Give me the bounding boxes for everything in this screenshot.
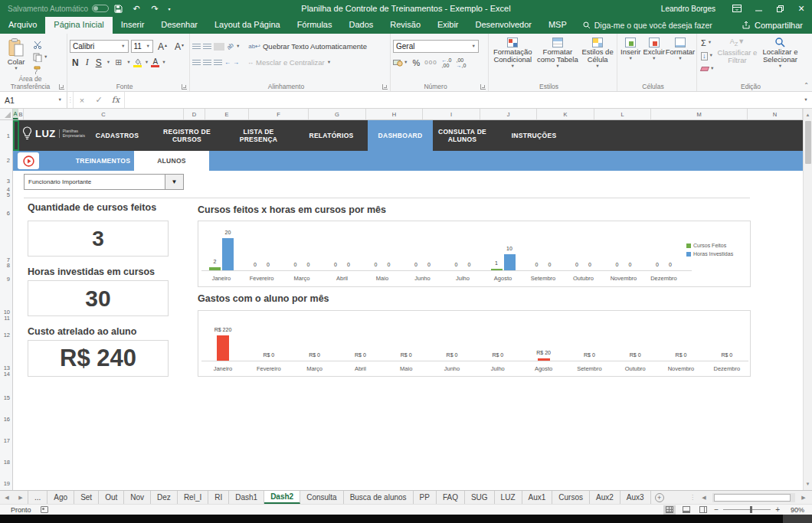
merge-center-button[interactable]: ↔ Mesclar e Centralizar ▼ <box>247 58 331 67</box>
subtab-alunos[interactable]: ALUNOS <box>134 151 209 171</box>
undo-button[interactable]: ↶ <box>127 0 146 17</box>
align-left-button[interactable] <box>192 60 201 66</box>
dropdown-arrow-icon[interactable]: ▼ <box>165 175 183 189</box>
sheet-tab-aux3[interactable]: Aux3 <box>620 491 651 504</box>
delete-cells-button[interactable]: Excluir ▼ <box>643 36 665 81</box>
play-button[interactable] <box>18 152 39 169</box>
nav-item-consulta-de-alunos[interactable]: CONSULTA DE ALUNOS <box>433 120 492 151</box>
alignment-dialog-launcher[interactable] <box>382 84 388 90</box>
underline-button[interactable]: S <box>93 57 104 68</box>
share-button[interactable]: Compartilhar <box>732 17 812 34</box>
sheet-tab-rel-i[interactable]: Rel_I <box>178 491 208 504</box>
scroll-up-icon[interactable]: ▲ <box>804 110 812 119</box>
close-button[interactable]: × <box>791 0 812 17</box>
row-header-3[interactable]: 3 <box>7 178 10 185</box>
clipboard-dialog-launcher[interactable] <box>59 84 64 90</box>
row-header-9[interactable]: 9 <box>7 276 10 283</box>
font-dialog-launcher[interactable] <box>182 84 187 90</box>
horizontal-scroll-thumb[interactable] <box>714 494 791 502</box>
minimize-button[interactable] <box>748 0 769 17</box>
align-right-button[interactable] <box>214 60 222 66</box>
autosum-button[interactable]: Σ ▼ <box>699 38 715 48</box>
scroll-down-icon[interactable]: ▼ <box>804 479 812 489</box>
sheet-nav-right-button[interactable]: ▶ <box>14 491 28 504</box>
row-header-2[interactable]: 2 <box>7 157 10 164</box>
sheet-tab-overflow[interactable]: ... <box>28 491 47 504</box>
zoom-slider-thumb[interactable] <box>750 506 752 513</box>
sheet-nav-left-button[interactable]: ◀ <box>0 491 14 504</box>
column-header-m[interactable]: M <box>651 109 748 119</box>
conditional-formatting-button[interactable]: Formatação Condicional ▼ <box>491 36 535 81</box>
row-header-18[interactable]: 18 <box>4 459 10 466</box>
sheet-tab-ri[interactable]: RI <box>208 491 229 504</box>
number-dialog-launcher[interactable] <box>480 84 486 90</box>
collapse-ribbon-button[interactable]: ⌃ <box>804 82 809 89</box>
bold-button[interactable]: N <box>70 57 81 68</box>
sheet-tab-faq[interactable]: FAQ <box>437 491 465 504</box>
sheet-tab-dash2[interactable]: Dash2 <box>264 491 300 504</box>
comma-style-button[interactable]: 000 <box>424 59 437 66</box>
sheet-tab-aux2[interactable]: Aux2 <box>590 491 620 504</box>
row-header-14[interactable]: 14 <box>4 371 10 378</box>
ribbon-display-options-button[interactable] <box>726 0 748 17</box>
column-header-g[interactable]: G <box>309 109 366 119</box>
vertical-scrollbar[interactable]: ▲ ▼ <box>803 109 812 490</box>
quick-access-menu-button[interactable]: ▾ <box>164 0 175 17</box>
row-header-11[interactable]: 11 <box>4 315 10 322</box>
zoom-out-button[interactable]: − <box>714 505 719 514</box>
sheet-tab-out[interactable]: Out <box>99 491 124 504</box>
hscroll-right-icon[interactable]: ▶ <box>797 495 810 501</box>
redo-button[interactable]: ↷ <box>146 0 164 17</box>
row-header-17[interactable]: 17 <box>4 437 10 444</box>
wrap-text-button[interactable]: ab↩ Quebrar Texto Automaticamente <box>248 42 367 51</box>
sheet-tab-consulta[interactable]: Consulta <box>300 491 343 504</box>
ribbon-tab-exibir[interactable]: Exibir <box>429 17 467 34</box>
column-header-a[interactable]: A <box>13 109 18 119</box>
column-header-e[interactable]: E <box>205 109 249 119</box>
student-dropdown[interactable]: Funcionário Importante ▼ <box>24 174 184 190</box>
sheet-canvas[interactable]: LUZ Planilhas Empresariais CADASTROSREGI… <box>13 120 803 490</box>
confirm-entry-button[interactable]: ✓ <box>90 92 107 108</box>
ribbon-tab-msp[interactable]: MSP <box>540 17 575 34</box>
normal-view-button[interactable] <box>663 505 676 515</box>
sheet-tab-dash1[interactable]: Dash1 <box>229 491 264 504</box>
nav-item-relatorios[interactable]: RELATÓRIOS <box>295 120 368 151</box>
restore-button[interactable] <box>769 0 791 17</box>
copy-button[interactable]: ▼ <box>31 52 49 63</box>
expand-formula-bar-button[interactable]: ▼ <box>800 92 812 108</box>
tell-me-search[interactable]: Diga-me o que você deseja fazer <box>575 17 720 34</box>
cancel-entry-button[interactable]: × <box>74 92 90 108</box>
sheet-tab-pp[interactable]: PP <box>414 491 437 504</box>
autosave-control[interactable]: Salvamento Automático <box>8 5 109 13</box>
increase-font-button[interactable]: A▲ <box>156 41 170 52</box>
sheet-tab-cursos[interactable]: Cursos <box>552 491 590 504</box>
row-header-12[interactable]: 12 <box>4 332 10 338</box>
row-header-1[interactable]: 1 <box>7 132 10 139</box>
nav-item-dashboard[interactable]: DASHBOARD <box>368 120 433 151</box>
sheet-tab-sug[interactable]: SUG <box>465 491 495 504</box>
row-header-8[interactable]: 8 <box>7 262 10 269</box>
row-header-19[interactable]: 19 <box>4 480 10 487</box>
sheet-tab-aux1[interactable]: Aux1 <box>522 491 553 504</box>
tab-split-handle[interactable]: ⋮ <box>689 494 696 501</box>
fill-color-button[interactable] <box>133 58 142 67</box>
decrease-decimal-button[interactable]: ,00→,0 <box>456 57 466 68</box>
column-header-d[interactable]: D <box>184 109 205 119</box>
page-layout-view-button[interactable] <box>680 505 692 515</box>
decrease-indent-button[interactable]: ← <box>224 59 231 66</box>
decrease-font-button[interactable]: A▼ <box>172 41 187 52</box>
increase-indent-button[interactable]: → <box>233 59 239 66</box>
zoom-in-button[interactable]: + <box>775 505 780 514</box>
macro-record-icon[interactable] <box>41 506 48 513</box>
ribbon-tab-revisao[interactable]: Revisão <box>381 17 429 34</box>
number-format-combobox[interactable]: Geral ▼ <box>393 40 479 53</box>
column-header-b[interactable]: B <box>18 109 24 119</box>
autosave-toggle[interactable] <box>92 5 109 12</box>
zoom-slider[interactable] <box>723 509 771 510</box>
ribbon-tab-arquivo[interactable]: Arquivo <box>0 17 45 34</box>
nav-item-lista-de-presenca[interactable]: LISTA DE PRESENÇA <box>222 120 295 151</box>
nav-item-cadastros[interactable]: CADASTROS <box>83 120 152 151</box>
cell-styles-button[interactable]: Estilos de Célula ▼ <box>581 36 614 81</box>
format-as-table-button[interactable]: Formatar como Tabela ▼ <box>536 36 580 81</box>
column-header-i[interactable]: I <box>423 109 480 119</box>
